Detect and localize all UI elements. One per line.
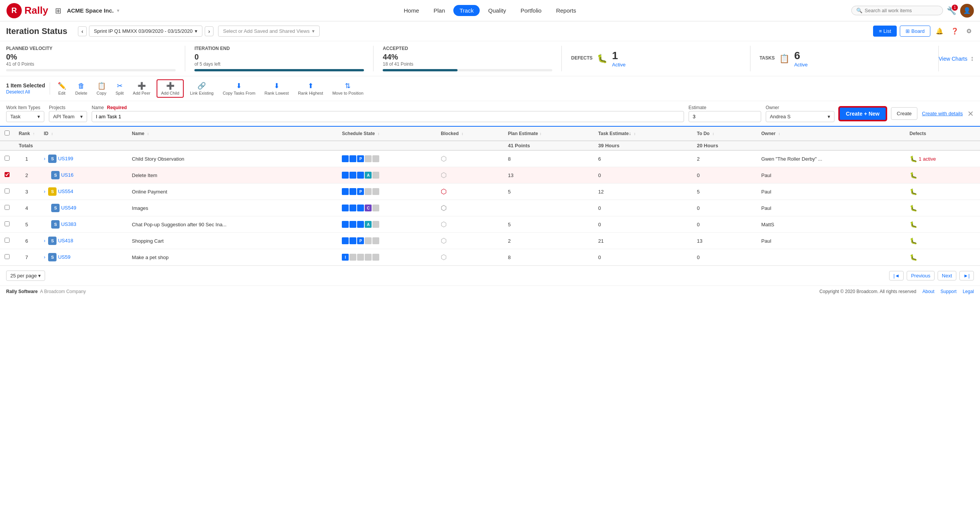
- estimate-input[interactable]: [689, 111, 761, 122]
- nav-home[interactable]: Home: [398, 5, 425, 16]
- row-checkbox-cell[interactable]: [0, 216, 14, 233]
- nav-quality[interactable]: Quality: [482, 5, 512, 16]
- edit-button[interactable]: ✏️ Edit: [55, 80, 69, 97]
- iteration-end-metric: Iteration End 0 of 5 days left: [185, 46, 374, 71]
- name-input[interactable]: [92, 111, 684, 122]
- row-checkbox-cell[interactable]: [0, 200, 14, 216]
- toolbar: 1 Item Selected Deselect All ✏️ Edit 🗑 D…: [0, 76, 980, 101]
- about-link[interactable]: About: [922, 289, 934, 294]
- schedule-state-header[interactable]: Schedule State ↕: [337, 127, 436, 141]
- row-checkbox-cell[interactable]: [0, 249, 14, 266]
- row-checkbox[interactable]: [5, 205, 10, 210]
- plan-estimate-header[interactable]: Plan Estimate↕: [503, 127, 593, 141]
- row-id-link[interactable]: US16: [61, 172, 74, 178]
- owner-header[interactable]: Owner ↕: [757, 127, 905, 141]
- notifications-button[interactable]: 🔔: [933, 25, 946, 37]
- work-item-type-select[interactable]: Task ▾: [6, 111, 44, 122]
- row-checkbox[interactable]: [5, 238, 10, 243]
- row-checkbox[interactable]: [5, 156, 10, 161]
- close-form-button[interactable]: ✕: [967, 109, 974, 118]
- org-chevron-icon[interactable]: ▾: [117, 8, 120, 13]
- nav-portfolio[interactable]: Portfolio: [514, 5, 548, 16]
- rank-highest-button[interactable]: ⬆ Rank Highest: [295, 80, 326, 97]
- row-checkbox[interactable]: [5, 254, 10, 259]
- nav-track[interactable]: Track: [453, 5, 480, 16]
- board-view-button[interactable]: ⊞ Board: [900, 26, 930, 37]
- rank-header[interactable]: Rank ↑: [14, 127, 39, 141]
- view-charts-link[interactable]: View Charts: [939, 56, 967, 62]
- next-sprint-button[interactable]: ›: [205, 26, 213, 36]
- to-do-header[interactable]: To Do ↕: [692, 127, 757, 141]
- row-expand-icon[interactable]: ›: [44, 156, 45, 161]
- row-id-link[interactable]: US383: [61, 221, 76, 227]
- row-expand-icon[interactable]: ›: [44, 238, 45, 243]
- row-checkbox[interactable]: [5, 172, 10, 177]
- row-to-do: 0: [692, 216, 757, 233]
- row-checkbox-cell[interactable]: [0, 150, 14, 167]
- iteration-end-bar: [194, 69, 364, 71]
- create-with-details-button[interactable]: Create with details: [922, 111, 963, 116]
- expand-icon[interactable]: ↕: [970, 55, 974, 63]
- org-name[interactable]: ACME Space Inc.: [67, 7, 114, 14]
- row-id-link[interactable]: US59: [58, 254, 71, 260]
- first-page-button[interactable]: |◄: [889, 271, 904, 280]
- task-estimate-header[interactable]: Task Estimate↓ ↕: [593, 127, 692, 141]
- copy-button[interactable]: 📋 Copy: [94, 80, 110, 97]
- add-child-button[interactable]: ➕ Add Child: [157, 79, 184, 98]
- add-peer-button[interactable]: ➕ Add Peer: [130, 80, 154, 97]
- grid-icon[interactable]: ⊞: [55, 6, 61, 15]
- row-id-link[interactable]: US199: [58, 156, 73, 161]
- prev-sprint-button[interactable]: ‹: [78, 26, 87, 36]
- row-to-do: 0: [692, 249, 757, 266]
- projects-select[interactable]: API Team ▾: [49, 111, 87, 122]
- delete-button[interactable]: 🗑 Delete: [72, 81, 91, 97]
- last-page-button[interactable]: ►|: [959, 271, 974, 280]
- help-button[interactable]: ❓: [949, 25, 961, 37]
- saved-views-placeholder: Select or Add Saved and Shared Views: [223, 28, 310, 34]
- row-checkbox-cell[interactable]: [0, 167, 14, 184]
- legal-link[interactable]: Legal: [963, 289, 974, 294]
- create-button[interactable]: Create: [891, 107, 917, 120]
- deselect-all-link[interactable]: Deselect All: [6, 89, 45, 95]
- row-checkbox[interactable]: [5, 221, 10, 226]
- support-link[interactable]: Support: [941, 289, 957, 294]
- table-row: 2 S US16 Delete Item A ⬡ 13 0 0 Paul 🐛: [0, 167, 980, 184]
- nav-plan[interactable]: Plan: [427, 5, 451, 16]
- create-new-button[interactable]: Create + New: [839, 107, 886, 121]
- name-header[interactable]: Name ↕: [127, 127, 337, 141]
- user-avatar[interactable]: 👤: [960, 4, 974, 18]
- list-view-button[interactable]: ≡ List: [873, 26, 897, 37]
- previous-page-button[interactable]: Previous: [907, 271, 935, 280]
- row-id-link[interactable]: US418: [58, 238, 73, 243]
- owner-select[interactable]: Andrea S ▾: [766, 111, 834, 122]
- link-existing-button[interactable]: 🔗 Link Existing: [187, 80, 217, 97]
- select-all-header[interactable]: [0, 127, 14, 141]
- sprint-selector[interactable]: Sprint IP Q1 MMXX 03/09/2020 - 03/15/202…: [89, 26, 202, 37]
- id-header[interactable]: ID ↕: [39, 127, 128, 141]
- select-all-checkbox[interactable]: [5, 130, 10, 135]
- nav-reports[interactable]: Reports: [550, 5, 582, 16]
- row-checkbox[interactable]: [5, 188, 10, 193]
- row-expand-icon[interactable]: ›: [44, 189, 45, 194]
- wrench-notification[interactable]: 🔧 1: [947, 6, 956, 15]
- row-id-link[interactable]: US549: [61, 205, 76, 211]
- row-id-link[interactable]: US554: [58, 188, 73, 194]
- search-box[interactable]: 🔍: [851, 6, 943, 15]
- split-button[interactable]: ✂ Split: [112, 80, 126, 97]
- pagination-controls: |◄ Previous Next ►|: [889, 271, 974, 280]
- search-input[interactable]: [865, 8, 938, 13]
- rank-lowest-button[interactable]: ⬇ Rank Lowest: [262, 80, 292, 97]
- next-page-button[interactable]: Next: [938, 271, 956, 280]
- work-items-table-container: Rank ↑ ID ↕ Name ↕ Schedule State ↕ Bloc…: [0, 127, 980, 266]
- defects-header[interactable]: Defects: [905, 127, 980, 141]
- row-checkbox-cell[interactable]: [0, 233, 14, 249]
- saved-views-selector[interactable]: Select or Add Saved and Shared Views ▾: [218, 26, 320, 37]
- per-page-selector[interactable]: 25 per page ▾: [6, 271, 45, 281]
- row-checkbox-cell[interactable]: [0, 184, 14, 200]
- copy-tasks-from-button[interactable]: ⬇ Copy Tasks From: [220, 80, 258, 97]
- settings-button[interactable]: ⚙: [964, 25, 974, 37]
- move-to-position-button[interactable]: ⇅ Move to Position: [329, 80, 366, 97]
- logo[interactable]: R Rally: [6, 3, 48, 19]
- blocked-header[interactable]: Blocked ↕: [436, 127, 503, 141]
- row-expand-icon[interactable]: ›: [44, 255, 45, 260]
